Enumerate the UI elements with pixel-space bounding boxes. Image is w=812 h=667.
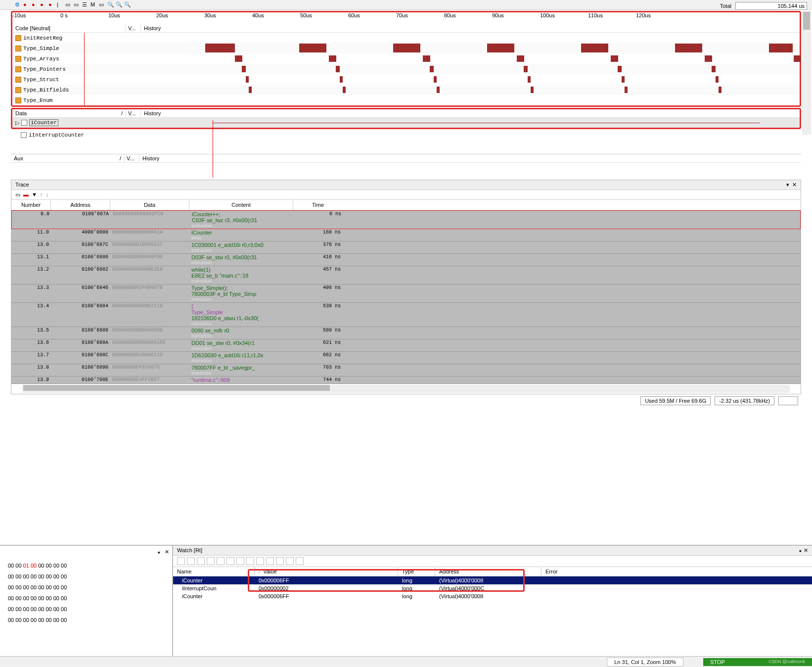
trace-row[interactable]: 13.30100'68460000000003F000078Type_Simpl…: [11, 285, 801, 303]
tool-icon[interactable]: ▬: [23, 191, 29, 198]
tool-icon[interactable]: [226, 557, 234, 565]
close-icon[interactable]: ✕: [165, 549, 169, 555]
watch-col-name[interactable]: Name: [173, 567, 255, 576]
trace-row[interactable]: 13.90100'708E00000000E4FF2B57"runtime.c"…: [11, 377, 801, 384]
tool-icon[interactable]: [296, 557, 304, 565]
code-row[interactable]: Type_Arrays: [12, 53, 800, 64]
code-row[interactable]: Type_Enum: [12, 95, 800, 105]
gear-icon[interactable]: ⚙: [15, 1, 22, 8]
axis-tick: 30us: [204, 12, 216, 18]
tool-icon[interactable]: ▭: [15, 191, 20, 198]
watch-row[interactable]: iCounter0x000006FFlong(Virtual)4000'0008: [173, 592, 812, 600]
axis-tick: 110us: [588, 12, 603, 18]
trace-row[interactable]: 13.20100'68820000000000000E2E8while(1)E8…: [11, 266, 801, 285]
tool-icon[interactable]: ☰: [82, 1, 89, 8]
watch-row[interactable]: iCounter0x000006FFlong(Virtual)4000'0008: [173, 576, 812, 584]
tool-icon[interactable]: [187, 557, 195, 565]
code-row[interactable]: Type_Pointers: [12, 64, 800, 74]
total-row: Total: [720, 2, 807, 10]
trace-col-time[interactable]: Time: [293, 200, 343, 210]
save-icon[interactable]: [266, 557, 274, 565]
trace-row[interactable]: 13.80100'689000000000FF070078780007FF e_…: [11, 364, 801, 377]
binoculars-icon[interactable]: [246, 557, 254, 565]
trace-col-address[interactable]: Address: [51, 200, 110, 210]
tool-icon[interactable]: [236, 557, 244, 565]
trace-col-data[interactable]: Data: [110, 200, 189, 210]
code-col-v[interactable]: V...: [126, 24, 141, 32]
execution-bar: [625, 87, 628, 93]
data-col-name[interactable]: Data/: [12, 109, 126, 117]
zoom-icon[interactable]: 🔍: [107, 1, 114, 8]
pin-icon[interactable]: ⬥: [799, 547, 802, 553]
code-col-history[interactable]: History: [141, 24, 800, 32]
watch-row[interactable]: iInterruptCoun0x00000002long(Virtual)400…: [173, 584, 812, 592]
watch-col-error[interactable]: Error: [541, 567, 812, 576]
pin-icon[interactable]: ⬥: [157, 549, 161, 555]
execution-bar: [524, 66, 528, 72]
trace-col-content[interactable]: Content: [189, 200, 293, 210]
trace-col-number[interactable]: Number: [11, 200, 51, 210]
close-icon[interactable]: ✕: [804, 547, 808, 553]
execution-bar: [716, 76, 719, 83]
close-icon[interactable]: ✕: [792, 182, 797, 188]
marker-icon[interactable]: ●: [48, 1, 55, 8]
marker-icon[interactable]: ●: [40, 1, 47, 8]
data-row[interactable]: iInterruptCounter: [11, 130, 801, 140]
axis-tick: 70us: [396, 12, 408, 18]
trace-row[interactable]: 13.70100'688C0000000003000611D1D610030 e…: [11, 352, 801, 364]
watch-col-address[interactable]: Address: [435, 567, 541, 576]
variable-icon: [21, 132, 27, 138]
trace-row[interactable]: 13.50100'6888000000000000080000080 se_mf…: [11, 327, 801, 339]
tool-icon[interactable]: [197, 557, 205, 565]
tool-icon[interactable]: [217, 557, 225, 565]
aux-col-v[interactable]: V...: [125, 154, 139, 162]
data-row[interactable]: ▷iCounter: [12, 118, 800, 128]
function-icon: [15, 56, 21, 62]
tool-icon[interactable]: [177, 557, 185, 565]
watch-col-value[interactable]: / Value: [255, 567, 398, 576]
aux-col-name[interactable]: Aux/: [11, 154, 125, 162]
watch-col-type[interactable]: Type: [398, 567, 435, 576]
code-row[interactable]: Type_Bitfields: [12, 85, 800, 95]
tool-icon[interactable]: [276, 557, 284, 565]
down-icon[interactable]: ↓: [45, 191, 48, 198]
tool-icon[interactable]: ▭: [74, 1, 81, 8]
code-row[interactable]: Type_Simple: [12, 43, 800, 53]
trace-row[interactable]: 11.04000'00080000000000000041AiCounterWr…: [11, 229, 801, 241]
zoom-icon[interactable]: 🔍: [124, 1, 131, 8]
code-row[interactable]: initResetReg: [12, 33, 800, 43]
trace-row[interactable]: 13.60100'688A0000000000000001DDDD01 se_s…: [11, 339, 801, 352]
zoom-icon[interactable]: 🔍: [116, 1, 123, 8]
time-cursor[interactable]: [84, 33, 85, 105]
up-icon[interactable]: ↑: [40, 191, 43, 198]
vertical-scrollbar[interactable]: [802, 11, 811, 135]
aux-col-history[interactable]: History: [139, 154, 801, 162]
marker-icon[interactable]: ●: [32, 1, 39, 8]
tool-icon[interactable]: [256, 557, 264, 565]
trace-row[interactable]: 13.10100'688000000000000000FD0D03F se_st…: [11, 254, 801, 266]
marker-icon[interactable]: ●: [23, 1, 30, 8]
code-col-name[interactable]: Code [Neutral]: [12, 24, 126, 32]
execution-bar: [712, 66, 716, 72]
tool-icon[interactable]: ▭: [65, 1, 72, 8]
tool-icon[interactable]: [207, 557, 215, 565]
execution-bar: [622, 76, 625, 83]
trace-row[interactable]: 13.00100'687C0000000001000031C1C030001 e…: [11, 241, 801, 254]
trace-row[interactable]: 0.00100'687A00000000000003FC0iCounter++;…: [11, 210, 801, 229]
tool-icon[interactable]: M: [90, 1, 97, 8]
axis-tick: 100us: [540, 12, 555, 18]
minimize-icon[interactable]: ▾: [786, 182, 789, 188]
trace-toolbar: ▭ ▬ ▼ ↑ ↓: [11, 190, 801, 199]
data-col-v[interactable]: V...: [126, 109, 141, 117]
trace-row[interactable]: 13.40100'688400000000000062118{Type_Simp…: [11, 303, 801, 327]
time-cursor[interactable]: [213, 163, 213, 178]
data-col-history[interactable]: History: [141, 109, 800, 117]
code-row[interactable]: Type_Struct: [12, 74, 800, 85]
filter-icon[interactable]: ▼: [32, 191, 37, 198]
tool-icon[interactable]: ▭: [99, 1, 106, 8]
cursor-position: Ln 31, Col 1, Zoom 100%: [607, 658, 683, 667]
horizontal-scrollbar[interactable]: [22, 385, 790, 393]
execution-bar: [343, 87, 346, 93]
tool-icon[interactable]: [286, 557, 294, 565]
total-value[interactable]: [735, 2, 807, 10]
